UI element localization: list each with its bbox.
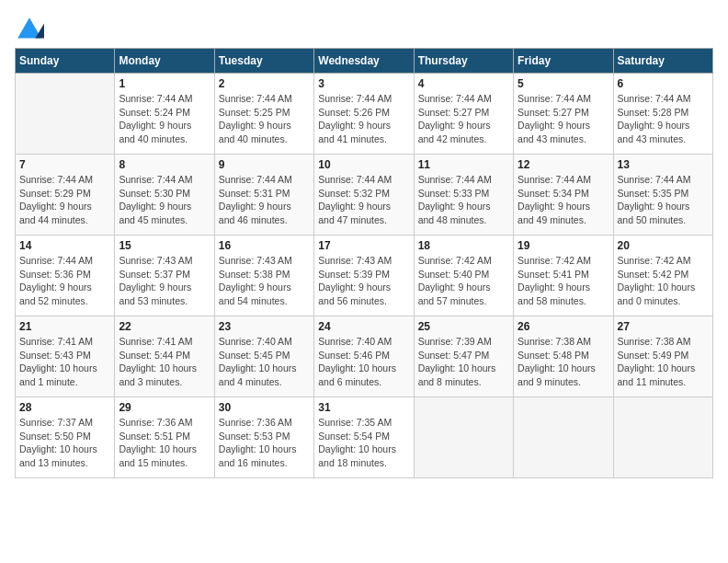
day-info: Sunrise: 7:42 AM Sunset: 5:40 PM Dayligh… — [418, 254, 509, 308]
day-info: Sunrise: 7:41 AM Sunset: 5:44 PM Dayligh… — [119, 335, 210, 389]
day-info: Sunrise: 7:36 AM Sunset: 5:53 PM Dayligh… — [219, 416, 310, 470]
day-number: 5 — [518, 77, 609, 90]
day-info: Sunrise: 7:43 AM Sunset: 5:39 PM Dayligh… — [318, 254, 409, 308]
calendar-cell: 27Sunrise: 7:38 AM Sunset: 5:49 PM Dayli… — [613, 316, 712, 397]
calendar-cell: 22Sunrise: 7:41 AM Sunset: 5:44 PM Dayli… — [115, 316, 214, 397]
logo — [15, 15, 50, 44]
day-number: 1 — [119, 77, 210, 90]
calendar-cell: 13Sunrise: 7:44 AM Sunset: 5:35 PM Dayli… — [613, 155, 712, 236]
calendar-cell: 26Sunrise: 7:38 AM Sunset: 5:48 PM Dayli… — [514, 316, 613, 397]
calendar-cell: 15Sunrise: 7:43 AM Sunset: 5:37 PM Dayli… — [115, 236, 214, 316]
calendar-cell: 9Sunrise: 7:44 AM Sunset: 5:31 PM Daylig… — [214, 155, 313, 236]
calendar-week-row: 1Sunrise: 7:44 AM Sunset: 5:24 PM Daylig… — [16, 74, 713, 155]
day-number: 20 — [618, 239, 709, 252]
day-number: 16 — [219, 239, 310, 252]
day-info: Sunrise: 7:44 AM Sunset: 5:24 PM Dayligh… — [119, 92, 210, 146]
day-number: 30 — [219, 401, 310, 414]
calendar-cell: 6Sunrise: 7:44 AM Sunset: 5:28 PM Daylig… — [613, 74, 712, 155]
weekday-header: Friday — [514, 49, 613, 74]
logo-icon — [15, 15, 44, 44]
day-number: 9 — [219, 158, 310, 171]
calendar-table: SundayMondayTuesdayWednesdayThursdayFrid… — [15, 48, 713, 478]
calendar-cell: 18Sunrise: 7:42 AM Sunset: 5:40 PM Dayli… — [414, 236, 513, 316]
day-number: 10 — [318, 158, 409, 171]
calendar-cell: 25Sunrise: 7:39 AM Sunset: 5:47 PM Dayli… — [414, 316, 513, 397]
weekday-header: Thursday — [414, 49, 513, 74]
day-number: 3 — [318, 77, 409, 90]
calendar-cell: 31Sunrise: 7:35 AM Sunset: 5:54 PM Dayli… — [314, 397, 414, 478]
calendar-cell: 29Sunrise: 7:36 AM Sunset: 5:51 PM Dayli… — [115, 397, 214, 478]
day-info: Sunrise: 7:43 AM Sunset: 5:38 PM Dayligh… — [219, 254, 310, 308]
day-number: 11 — [418, 158, 509, 171]
calendar-header: SundayMondayTuesdayWednesdayThursdayFrid… — [16, 49, 713, 74]
day-info: Sunrise: 7:44 AM Sunset: 5:30 PM Dayligh… — [119, 173, 210, 227]
calendar-cell: 30Sunrise: 7:36 AM Sunset: 5:53 PM Dayli… — [214, 397, 313, 478]
day-info: Sunrise: 7:44 AM Sunset: 5:27 PM Dayligh… — [418, 92, 509, 146]
calendar-cell: 20Sunrise: 7:42 AM Sunset: 5:42 PM Dayli… — [613, 236, 712, 316]
day-info: Sunrise: 7:36 AM Sunset: 5:51 PM Dayligh… — [119, 416, 210, 470]
day-number: 22 — [119, 320, 210, 333]
day-info: Sunrise: 7:44 AM Sunset: 5:33 PM Dayligh… — [418, 173, 509, 227]
calendar-cell — [613, 397, 712, 478]
day-info: Sunrise: 7:44 AM Sunset: 5:31 PM Dayligh… — [219, 173, 310, 227]
calendar-cell: 10Sunrise: 7:44 AM Sunset: 5:32 PM Dayli… — [314, 155, 414, 236]
calendar-cell — [16, 74, 115, 155]
day-info: Sunrise: 7:40 AM Sunset: 5:45 PM Dayligh… — [219, 335, 310, 389]
day-number: 4 — [418, 77, 509, 90]
weekday-header: Wednesday — [314, 49, 414, 74]
day-info: Sunrise: 7:40 AM Sunset: 5:46 PM Dayligh… — [318, 335, 409, 389]
day-number: 26 — [518, 320, 609, 333]
day-number: 25 — [418, 320, 509, 333]
day-number: 17 — [318, 239, 409, 252]
day-number: 31 — [318, 401, 409, 414]
calendar-cell: 7Sunrise: 7:44 AM Sunset: 5:29 PM Daylig… — [16, 155, 115, 236]
calendar-cell: 16Sunrise: 7:43 AM Sunset: 5:38 PM Dayli… — [214, 236, 313, 316]
day-number: 24 — [318, 320, 409, 333]
day-info: Sunrise: 7:37 AM Sunset: 5:50 PM Dayligh… — [19, 416, 110, 470]
weekday-header: Sunday — [16, 49, 115, 74]
day-info: Sunrise: 7:35 AM Sunset: 5:54 PM Dayligh… — [318, 416, 409, 470]
day-info: Sunrise: 7:44 AM Sunset: 5:35 PM Dayligh… — [618, 173, 709, 227]
day-info: Sunrise: 7:41 AM Sunset: 5:43 PM Dayligh… — [19, 335, 110, 389]
day-number: 21 — [19, 320, 110, 333]
calendar-cell: 17Sunrise: 7:43 AM Sunset: 5:39 PM Dayli… — [314, 236, 414, 316]
day-number: 13 — [618, 158, 709, 171]
day-info: Sunrise: 7:42 AM Sunset: 5:41 PM Dayligh… — [518, 254, 609, 308]
calendar-cell: 28Sunrise: 7:37 AM Sunset: 5:50 PM Dayli… — [16, 397, 115, 478]
calendar-cell: 5Sunrise: 7:44 AM Sunset: 5:27 PM Daylig… — [514, 74, 613, 155]
day-info: Sunrise: 7:44 AM Sunset: 5:26 PM Dayligh… — [318, 92, 409, 146]
weekday-header: Tuesday — [214, 49, 313, 74]
calendar-cell: 19Sunrise: 7:42 AM Sunset: 5:41 PM Dayli… — [514, 236, 613, 316]
day-number: 29 — [119, 401, 210, 414]
calendar-cell: 12Sunrise: 7:44 AM Sunset: 5:34 PM Dayli… — [514, 155, 613, 236]
calendar-cell: 4Sunrise: 7:44 AM Sunset: 5:27 PM Daylig… — [414, 74, 513, 155]
calendar-week-row: 28Sunrise: 7:37 AM Sunset: 5:50 PM Dayli… — [16, 397, 713, 478]
calendar-week-row: 7Sunrise: 7:44 AM Sunset: 5:29 PM Daylig… — [16, 155, 713, 236]
calendar-cell: 11Sunrise: 7:44 AM Sunset: 5:33 PM Dayli… — [414, 155, 513, 236]
day-info: Sunrise: 7:44 AM Sunset: 5:36 PM Dayligh… — [19, 254, 110, 308]
day-number: 27 — [618, 320, 709, 333]
day-number: 8 — [119, 158, 210, 171]
day-info: Sunrise: 7:39 AM Sunset: 5:47 PM Dayligh… — [418, 335, 509, 389]
day-number: 12 — [518, 158, 609, 171]
day-number: 14 — [19, 239, 110, 252]
calendar-cell — [514, 397, 613, 478]
weekday-header: Monday — [115, 49, 214, 74]
day-number: 15 — [119, 239, 210, 252]
calendar-cell: 1Sunrise: 7:44 AM Sunset: 5:24 PM Daylig… — [115, 74, 214, 155]
calendar-week-row: 14Sunrise: 7:44 AM Sunset: 5:36 PM Dayli… — [16, 236, 713, 316]
day-info: Sunrise: 7:42 AM Sunset: 5:42 PM Dayligh… — [618, 254, 709, 308]
calendar-body: 1Sunrise: 7:44 AM Sunset: 5:24 PM Daylig… — [16, 74, 713, 478]
day-number: 28 — [19, 401, 110, 414]
page-header — [15, 15, 713, 44]
day-info: Sunrise: 7:44 AM Sunset: 5:28 PM Dayligh… — [618, 92, 709, 146]
calendar-cell: 2Sunrise: 7:44 AM Sunset: 5:25 PM Daylig… — [214, 74, 313, 155]
calendar-cell: 3Sunrise: 7:44 AM Sunset: 5:26 PM Daylig… — [314, 74, 414, 155]
day-number: 2 — [219, 77, 310, 90]
day-info: Sunrise: 7:44 AM Sunset: 5:27 PM Dayligh… — [518, 92, 609, 146]
day-info: Sunrise: 7:38 AM Sunset: 5:49 PM Dayligh… — [618, 335, 709, 389]
day-number: 19 — [518, 239, 609, 252]
day-info: Sunrise: 7:44 AM Sunset: 5:25 PM Dayligh… — [219, 92, 310, 146]
day-number: 18 — [418, 239, 509, 252]
day-info: Sunrise: 7:44 AM Sunset: 5:32 PM Dayligh… — [318, 173, 409, 227]
